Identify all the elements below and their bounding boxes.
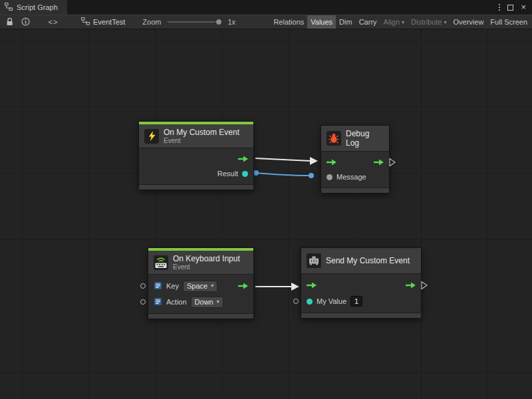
relations-button[interactable]: Relations xyxy=(270,15,307,29)
flow-input-port[interactable] xyxy=(307,282,317,289)
lock-icon xyxy=(6,17,13,27)
flow-output-port[interactable] xyxy=(238,283,248,289)
flow-wire-custom-event-to-log[interactable] xyxy=(255,157,318,165)
overview-button[interactable]: Overview xyxy=(450,15,487,29)
info-button[interactable] xyxy=(17,15,33,29)
node-subtitle: Event xyxy=(164,137,239,144)
my-value-input[interactable]: 1 xyxy=(350,296,362,307)
node-header: Send My Custom Event xyxy=(301,248,421,273)
node-header: Debug Log xyxy=(321,126,389,151)
tab-script-graph[interactable]: Script Graph xyxy=(0,0,67,15)
tab-label: Script Graph xyxy=(17,3,58,11)
lock-button[interactable] xyxy=(1,15,17,29)
window-tab-bar: Script Graph × xyxy=(0,0,532,15)
message-port-label: Message xyxy=(336,173,366,181)
fullscreen-button[interactable]: Full Screen xyxy=(487,15,531,29)
script-graph-asset-icon xyxy=(81,17,90,27)
code-icon: <> xyxy=(49,18,59,26)
graph-tab-icon xyxy=(5,3,13,12)
node-title-line2: Log xyxy=(346,138,369,148)
key-port-label: Key xyxy=(166,282,179,290)
connections-layer xyxy=(0,29,532,399)
result-value-port[interactable] xyxy=(242,171,248,177)
my-value-port-label: My Value xyxy=(317,297,346,305)
node-body: Message xyxy=(321,151,389,188)
zoom-slider-knob[interactable] xyxy=(215,19,222,25)
chevron-down-icon: ▾ xyxy=(217,298,219,306)
node-footer xyxy=(148,313,253,319)
window-menu-icon[interactable] xyxy=(499,4,500,11)
node-header: On Keyboard Input Event xyxy=(148,251,253,274)
node-header: On My Custom Event Event xyxy=(139,124,253,148)
node-footer xyxy=(139,184,253,190)
graph-name: EventTest xyxy=(93,18,125,26)
graph-toolbar: <> EventTest Zoom 1x Relations Values Di… xyxy=(0,15,532,29)
chevron-down-icon: ▾ xyxy=(211,282,213,290)
zoom-label: Zoom xyxy=(142,18,161,26)
continue-triangle-icon xyxy=(389,158,396,167)
zoom-value: 1x xyxy=(227,18,235,26)
dim-button[interactable]: Dim xyxy=(336,15,356,29)
values-button[interactable]: Values xyxy=(307,15,336,29)
node-title: On Keyboard Input xyxy=(173,254,240,263)
node-on-my-custom-event[interactable]: On My Custom Event Event Result xyxy=(138,121,254,190)
action-input-port-circle[interactable] xyxy=(140,299,146,305)
key-dropdown[interactable]: Space ▾ xyxy=(183,281,217,292)
keycode-type-icon xyxy=(154,281,162,291)
node-body: My Value 1 xyxy=(301,273,421,313)
unit-machine-icon xyxy=(307,253,321,268)
my-value-input-port-circle[interactable] xyxy=(293,299,299,304)
flow-wire-keyboard-to-send[interactable] xyxy=(255,283,299,291)
key-input-port-circle[interactable] xyxy=(140,283,146,289)
node-title: Send My Custom Event xyxy=(326,256,410,265)
node-body: Key Space ▾ xyxy=(148,274,253,313)
close-icon[interactable]: × xyxy=(521,4,526,11)
align-button[interactable]: Align▾ xyxy=(380,15,408,29)
info-icon xyxy=(21,17,30,27)
bug-icon xyxy=(327,131,341,146)
node-title: On My Custom Event xyxy=(164,128,239,137)
my-value-port[interactable] xyxy=(307,299,313,305)
result-port-label: Result xyxy=(217,170,238,178)
value-wire-result-to-message[interactable] xyxy=(253,170,314,178)
keyboard-icon xyxy=(154,255,168,270)
edit-source-button[interactable]: <> xyxy=(45,15,61,29)
flow-output-port[interactable] xyxy=(406,282,416,289)
chevron-down-icon: ▾ xyxy=(444,19,447,25)
graph-asset[interactable]: EventTest xyxy=(81,17,125,27)
graph-canvas[interactable]: On My Custom Event Event Result xyxy=(0,29,532,399)
node-footer xyxy=(301,313,421,318)
action-port-label: Action xyxy=(166,298,187,306)
node-send-my-custom-event[interactable]: Send My Custom Event xyxy=(301,247,422,319)
carry-button[interactable]: Carry xyxy=(356,15,380,29)
node-title: Debug xyxy=(346,129,369,138)
keycode-type-icon xyxy=(154,297,162,307)
zoom-slider[interactable] xyxy=(168,21,222,23)
node-subtitle: Event xyxy=(173,263,240,271)
chevron-down-icon: ▾ xyxy=(402,19,404,25)
lightning-icon xyxy=(144,129,159,144)
maximize-icon[interactable] xyxy=(507,5,513,11)
flow-output-port[interactable] xyxy=(238,156,248,162)
flow-input-port[interactable] xyxy=(327,159,336,166)
distribute-button[interactable]: Distribute▾ xyxy=(408,15,450,29)
continue-triangle-icon xyxy=(421,281,428,290)
node-debug-log[interactable]: Debug Log xyxy=(321,125,390,194)
message-value-port[interactable] xyxy=(327,174,332,180)
window-controls: × xyxy=(499,0,532,15)
zoom-control: Zoom 1x xyxy=(142,18,235,26)
toolbar-buttons: Relations Values Dim Carry Align▾ Distri… xyxy=(270,15,531,29)
node-body: Result xyxy=(139,148,253,184)
node-footer xyxy=(321,188,389,193)
node-on-keyboard-input[interactable]: On Keyboard Input Event Key Space xyxy=(148,247,254,319)
flow-output-port[interactable] xyxy=(374,159,384,166)
action-dropdown[interactable]: Down ▾ xyxy=(191,297,223,308)
